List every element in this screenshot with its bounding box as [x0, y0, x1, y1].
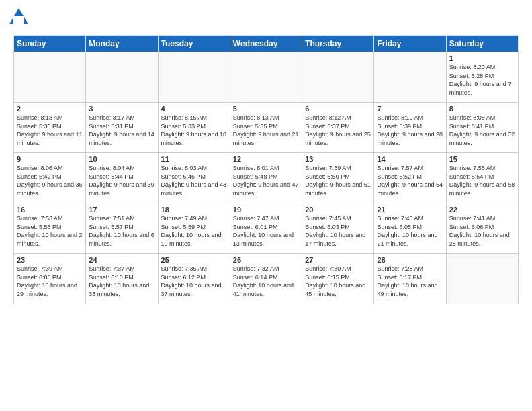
day-number: 9: [17, 155, 83, 163]
calendar-header-wednesday: Wednesday: [230, 36, 302, 52]
day-info: Sunrise: 8:17 AM Sunset: 5:31 PM Dayligh…: [89, 113, 154, 147]
calendar-cell: 23Sunrise: 7:39 AM Sunset: 6:08 PM Dayli…: [14, 254, 86, 304]
calendar-cell: 26Sunrise: 7:32 AM Sunset: 6:14 PM Dayli…: [230, 254, 302, 304]
calendar-cell: 12Sunrise: 8:01 AM Sunset: 5:48 PM Dayli…: [230, 153, 302, 203]
header: [0, 0, 532, 35]
day-number: 1: [449, 54, 515, 62]
day-number: 3: [89, 105, 154, 113]
calendar-cell: 18Sunrise: 7:49 AM Sunset: 5:59 PM Dayli…: [158, 203, 230, 254]
calendar-cell: 4Sunrise: 8:15 AM Sunset: 5:33 PM Daylig…: [158, 103, 230, 153]
day-number: 21: [377, 205, 443, 214]
day-number: 25: [161, 256, 227, 264]
calendar-week-4: 23Sunrise: 7:39 AM Sunset: 6:08 PM Dayli…: [14, 254, 519, 304]
day-number: 27: [305, 256, 371, 264]
day-number: 26: [233, 256, 299, 264]
logo: [7, 5, 34, 32]
day-info: Sunrise: 7:53 AM Sunset: 5:55 PM Dayligh…: [17, 214, 83, 248]
calendar-cell: 9Sunrise: 8:06 AM Sunset: 5:42 PM Daylig…: [14, 153, 86, 203]
calendar-body: 1Sunrise: 8:20 AM Sunset: 5:28 PM Daylig…: [14, 52, 519, 304]
calendar-cell: 1Sunrise: 8:20 AM Sunset: 5:28 PM Daylig…: [446, 52, 518, 103]
calendar-cell: 24Sunrise: 7:37 AM Sunset: 6:10 PM Dayli…: [86, 254, 158, 304]
calendar-cell: 11Sunrise: 8:03 AM Sunset: 5:46 PM Dayli…: [158, 153, 230, 203]
calendar-cell: [14, 52, 86, 103]
day-info: Sunrise: 8:03 AM Sunset: 5:46 PM Dayligh…: [161, 164, 227, 197]
day-number: 11: [161, 155, 227, 163]
day-number: 19: [233, 205, 299, 214]
day-number: 7: [377, 105, 443, 113]
day-info: Sunrise: 8:08 AM Sunset: 5:41 PM Dayligh…: [449, 113, 515, 147]
day-number: 18: [161, 205, 227, 214]
calendar-cell: 5Sunrise: 8:13 AM Sunset: 5:35 PM Daylig…: [230, 103, 302, 153]
day-info: Sunrise: 7:47 AM Sunset: 6:01 PM Dayligh…: [233, 214, 299, 248]
day-info: Sunrise: 7:45 AM Sunset: 6:03 PM Dayligh…: [305, 214, 371, 248]
calendar-table: SundayMondayTuesdayWednesdayThursdayFrid…: [13, 35, 519, 304]
day-number: 10: [89, 155, 154, 163]
calendar-header-row: SundayMondayTuesdayWednesdayThursdayFrid…: [14, 36, 519, 52]
day-info: Sunrise: 8:20 AM Sunset: 5:28 PM Dayligh…: [449, 63, 515, 97]
calendar-week-0: 1Sunrise: 8:20 AM Sunset: 5:28 PM Daylig…: [14, 52, 519, 103]
day-info: Sunrise: 8:13 AM Sunset: 5:35 PM Dayligh…: [233, 113, 299, 147]
day-number: 17: [89, 205, 154, 214]
day-number: 28: [377, 256, 443, 264]
day-number: 12: [233, 155, 299, 163]
calendar-cell: 15Sunrise: 7:55 AM Sunset: 5:54 PM Dayli…: [446, 153, 518, 203]
day-number: 5: [233, 105, 299, 113]
calendar-cell: 28Sunrise: 7:28 AM Sunset: 6:17 PM Dayli…: [374, 254, 446, 304]
calendar-cell: 27Sunrise: 7:30 AM Sunset: 6:15 PM Dayli…: [302, 254, 374, 304]
day-info: Sunrise: 7:32 AM Sunset: 6:14 PM Dayligh…: [233, 265, 299, 298]
day-number: 16: [17, 205, 83, 214]
day-number: 20: [305, 205, 371, 214]
day-info: Sunrise: 8:15 AM Sunset: 5:33 PM Dayligh…: [161, 113, 227, 147]
day-info: Sunrise: 8:12 AM Sunset: 5:37 PM Dayligh…: [305, 113, 371, 147]
calendar-header-thursday: Thursday: [302, 36, 374, 52]
day-number: 14: [377, 155, 443, 163]
calendar-cell: 10Sunrise: 8:04 AM Sunset: 5:44 PM Dayli…: [86, 153, 158, 203]
calendar-cell: 25Sunrise: 7:35 AM Sunset: 6:12 PM Dayli…: [158, 254, 230, 304]
day-info: Sunrise: 8:06 AM Sunset: 5:42 PM Dayligh…: [17, 164, 83, 197]
calendar-cell: 3Sunrise: 8:17 AM Sunset: 5:31 PM Daylig…: [86, 103, 158, 153]
calendar-cell: 2Sunrise: 8:18 AM Sunset: 5:30 PM Daylig…: [14, 103, 86, 153]
calendar-header-monday: Monday: [86, 36, 158, 52]
calendar-header-saturday: Saturday: [446, 36, 518, 52]
day-info: Sunrise: 7:49 AM Sunset: 5:59 PM Dayligh…: [161, 214, 227, 248]
calendar-cell: 20Sunrise: 7:45 AM Sunset: 6:03 PM Dayli…: [302, 203, 374, 254]
day-info: Sunrise: 7:39 AM Sunset: 6:08 PM Dayligh…: [17, 265, 83, 298]
calendar-cell: 14Sunrise: 7:57 AM Sunset: 5:52 PM Dayli…: [374, 153, 446, 203]
calendar-cell: [158, 52, 230, 103]
calendar-cell: 19Sunrise: 7:47 AM Sunset: 6:01 PM Dayli…: [230, 203, 302, 254]
day-info: Sunrise: 8:04 AM Sunset: 5:44 PM Dayligh…: [89, 164, 154, 197]
day-info: Sunrise: 7:35 AM Sunset: 6:12 PM Dayligh…: [161, 265, 227, 298]
calendar-cell: 7Sunrise: 8:10 AM Sunset: 5:39 PM Daylig…: [374, 103, 446, 153]
calendar-cell: 6Sunrise: 8:12 AM Sunset: 5:37 PM Daylig…: [302, 103, 374, 153]
day-info: Sunrise: 7:43 AM Sunset: 6:05 PM Dayligh…: [377, 214, 443, 248]
day-number: 8: [449, 105, 515, 113]
day-info: Sunrise: 7:37 AM Sunset: 6:10 PM Dayligh…: [89, 265, 154, 298]
day-info: Sunrise: 7:41 AM Sunset: 6:06 PM Dayligh…: [449, 214, 515, 248]
calendar-cell: 13Sunrise: 7:59 AM Sunset: 5:50 PM Dayli…: [302, 153, 374, 203]
calendar-container: SundayMondayTuesdayWednesdayThursdayFrid…: [0, 35, 532, 304]
calendar-header-tuesday: Tuesday: [158, 36, 230, 52]
day-info: Sunrise: 7:59 AM Sunset: 5:50 PM Dayligh…: [305, 164, 371, 197]
calendar-week-1: 2Sunrise: 8:18 AM Sunset: 5:30 PM Daylig…: [14, 103, 519, 153]
logo-icon: [7, 5, 31, 30]
calendar-cell: 21Sunrise: 7:43 AM Sunset: 6:05 PM Dayli…: [374, 203, 446, 254]
day-info: Sunrise: 7:30 AM Sunset: 6:15 PM Dayligh…: [305, 265, 371, 298]
calendar-cell: [374, 52, 446, 103]
calendar-cell: [86, 52, 158, 103]
day-info: Sunrise: 7:55 AM Sunset: 5:54 PM Dayligh…: [449, 164, 515, 197]
calendar-cell: 17Sunrise: 7:51 AM Sunset: 5:57 PM Dayli…: [86, 203, 158, 254]
calendar-header-sunday: Sunday: [14, 36, 86, 52]
day-info: Sunrise: 8:18 AM Sunset: 5:30 PM Dayligh…: [17, 113, 83, 147]
svg-rect-1: [13, 16, 24, 24]
calendar-cell: [230, 52, 302, 103]
calendar-cell: 16Sunrise: 7:53 AM Sunset: 5:55 PM Dayli…: [14, 203, 86, 254]
calendar-cell: [446, 254, 518, 304]
day-info: Sunrise: 7:28 AM Sunset: 6:17 PM Dayligh…: [377, 265, 443, 298]
day-number: 4: [161, 105, 227, 113]
day-info: Sunrise: 7:57 AM Sunset: 5:52 PM Dayligh…: [377, 164, 443, 197]
calendar-week-2: 9Sunrise: 8:06 AM Sunset: 5:42 PM Daylig…: [14, 153, 519, 203]
day-number: 6: [305, 105, 371, 113]
day-number: 22: [449, 205, 515, 214]
day-info: Sunrise: 8:01 AM Sunset: 5:48 PM Dayligh…: [233, 164, 299, 197]
day-number: 2: [17, 105, 83, 113]
